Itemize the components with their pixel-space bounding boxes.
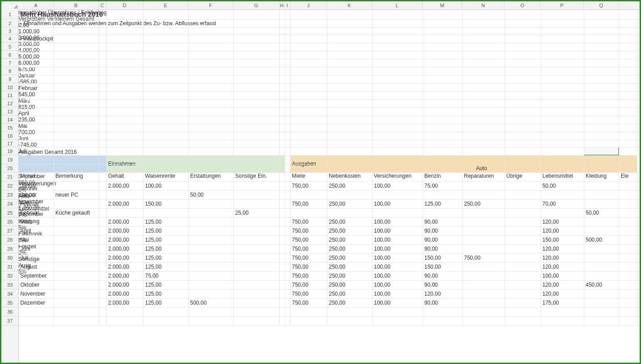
table-cell[interactable]: 100,00 xyxy=(372,262,423,271)
table-cell[interactable]: 250,00 xyxy=(327,181,372,190)
table-cell[interactable]: 750,00 xyxy=(290,262,327,271)
table-cell[interactable]: 125,00 xyxy=(143,262,188,271)
col-header-N[interactable]: N xyxy=(462,1,505,9)
row-header-3[interactable]: 3 xyxy=(1,27,18,35)
row-header-31[interactable]: 31 xyxy=(1,262,18,271)
table-cell[interactable]: 25,00 xyxy=(233,208,279,217)
table-cell[interactable]: September xyxy=(18,271,54,280)
row-header-30[interactable]: 30 xyxy=(1,253,18,262)
table-cell[interactable]: 2.000,00 xyxy=(106,181,143,190)
table-cell[interactable]: 50,00 xyxy=(188,190,233,199)
table-cell[interactable]: 100,00 xyxy=(372,199,423,208)
table-cell[interactable]: 750,00 xyxy=(290,298,327,307)
row-header-16[interactable]: 16 xyxy=(1,132,18,140)
table-cell[interactable]: 100,00 xyxy=(541,271,584,280)
table-cell[interactable]: 100,00 xyxy=(372,181,423,190)
table-cell[interactable]: Dezember xyxy=(18,298,54,307)
table-cell[interactable]: 125,00 xyxy=(423,199,462,208)
row-header-19[interactable]: 19 xyxy=(1,155,18,164)
table-header-reparaturen[interactable]: Reparaturen xyxy=(462,172,505,181)
table-cell[interactable]: 125,00 xyxy=(143,217,188,226)
table-cell[interactable]: 250,00 xyxy=(327,289,372,298)
table-header-lebensmittel[interactable]: Lebensmittel xyxy=(541,172,584,181)
table-cell[interactable]: 125,00 xyxy=(143,289,188,298)
table-cell[interactable]: 2.000,00 xyxy=(106,226,143,235)
table-cell[interactable]: 75,00 xyxy=(143,271,188,280)
table-cell[interactable]: 2.000,00 xyxy=(106,271,143,280)
table-cell[interactable]: 250,00 xyxy=(327,253,372,262)
table-cell[interactable]: 750,00 xyxy=(290,199,327,208)
table-cell[interactable]: 750,00 xyxy=(290,289,327,298)
table-cell[interactable]: 250,00 xyxy=(327,262,372,271)
table-header-miete[interactable]: Miete xyxy=(290,172,327,181)
table-cell[interactable]: 125,00 xyxy=(143,253,188,262)
row-header-5[interactable]: 5 xyxy=(1,43,18,51)
spreadsheet-grid[interactable]: ABCDEFGHIJKLMNOPQ 1234567891011121314151… xyxy=(1,1,640,363)
col-header-Q[interactable]: Q xyxy=(584,1,619,9)
table-cell[interactable]: 2.000,00 xyxy=(106,199,143,208)
table-cell[interactable]: 120,00 xyxy=(541,289,584,298)
table-cell[interactable]: 50,00 xyxy=(541,181,584,190)
table-header-versicherungen[interactable]: Versicherungen xyxy=(372,172,423,181)
table-cell[interactable]: 120,00 xyxy=(541,244,584,253)
table-cell[interactable]: Küche gekauft xyxy=(54,208,106,217)
table-cell[interactable]: 150,00 xyxy=(143,199,188,208)
table-cell[interactable]: 120,00 xyxy=(541,280,584,289)
table-cell[interactable]: Juni xyxy=(18,244,54,253)
col-header-C[interactable]: C xyxy=(99,1,106,9)
table-cell[interactable]: 250,00 xyxy=(327,235,372,244)
table-cell[interactable]: 120,00 xyxy=(541,226,584,235)
table-cell[interactable]: 500,00 xyxy=(188,298,233,307)
row-header-29[interactable]: 29 xyxy=(1,244,18,253)
col-header-J[interactable]: J xyxy=(290,1,327,9)
row-header-35[interactable]: 35 xyxy=(1,298,18,307)
table-cell[interactable]: Oktober xyxy=(18,280,54,289)
col-header-L[interactable]: L xyxy=(372,1,423,9)
table-header-erstattungen[interactable]: Erstattungen xyxy=(188,172,233,181)
table-cell[interactable]: April xyxy=(18,226,54,235)
table-cell[interactable]: 2.000,00 xyxy=(106,280,143,289)
row-header-24[interactable]: 24 xyxy=(1,199,18,208)
table-cell[interactable]: Mai xyxy=(18,235,54,244)
table-cell[interactable]: 750,00 xyxy=(462,253,505,262)
col-header-F[interactable]: F xyxy=(188,1,233,9)
table-header-sonstige-ein-[interactable]: Sonstige Ein. xyxy=(233,172,279,181)
table-cell[interactable]: 90,00 xyxy=(423,298,462,307)
table-cell[interactable]: Februar xyxy=(18,199,54,208)
row-header-2[interactable]: 2 xyxy=(1,19,18,27)
row-header-4[interactable]: 4 xyxy=(1,35,18,43)
table-cell[interactable]: 100,00 xyxy=(372,253,423,262)
row-header-23[interactable]: 23 xyxy=(1,190,18,199)
table-cell[interactable]: 250,00 xyxy=(327,280,372,289)
row-header-10[interactable]: 10 xyxy=(1,83,18,91)
table-header-bemerkung[interactable]: Bemerkung xyxy=(54,172,106,181)
row-header-12[interactable]: 12 xyxy=(1,99,18,108)
table-cell[interactable]: 120,00 xyxy=(541,253,584,262)
col-header-K[interactable]: K xyxy=(327,1,372,9)
table-cell[interactable]: 100,00 xyxy=(372,271,423,280)
table-cell[interactable]: 90,00 xyxy=(423,235,462,244)
table-cell[interactable]: Juli xyxy=(18,253,54,262)
table-cell[interactable]: 750,00 xyxy=(290,217,327,226)
table-cell[interactable]: November xyxy=(18,289,54,298)
table-cell[interactable]: 750,00 xyxy=(290,253,327,262)
table-cell[interactable]: 100,00 xyxy=(372,226,423,235)
col-header-B[interactable]: B xyxy=(54,1,99,9)
col-header-D[interactable]: D xyxy=(106,1,143,9)
table-header-gehalt[interactable]: Gehalt xyxy=(106,172,143,181)
table-cell[interactable]: 100,00 xyxy=(372,244,423,253)
row-header-25[interactable]: 25 xyxy=(1,208,18,217)
row-header-7[interactable]: 7 xyxy=(1,59,18,67)
table-cell[interactable]: 90,00 xyxy=(423,280,462,289)
row-header-1[interactable]: 1 xyxy=(1,9,18,19)
table-cell[interactable]: 90,00 xyxy=(423,226,462,235)
table-cell[interactable]: 175,00 xyxy=(541,298,584,307)
table-cell[interactable]: 250,00 xyxy=(327,217,372,226)
table-cell[interactable]: 125,00 xyxy=(143,280,188,289)
table-cell[interactable]: 450,00 xyxy=(584,280,619,289)
row-header-15[interactable]: 15 xyxy=(1,124,18,132)
row-header-36[interactable]: 36 xyxy=(1,307,18,316)
table-header--brige[interactable]: Übrige xyxy=(505,172,541,181)
table-cell[interactable]: Januar xyxy=(18,181,54,190)
worksheet-area[interactable]: Mein Haushaltsbuch 2016 - Einnahmen und … xyxy=(18,9,640,363)
